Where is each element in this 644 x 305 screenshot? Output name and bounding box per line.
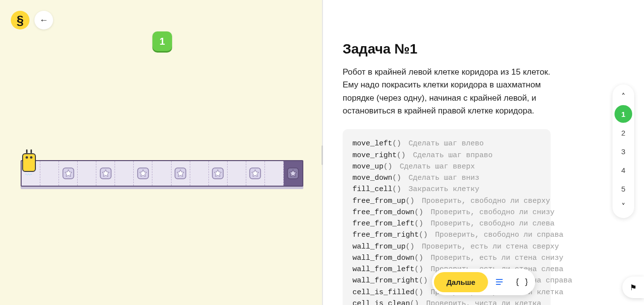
command-line: fill_cell() Закрасить клетку	[352, 184, 541, 195]
corridor-cell	[40, 161, 59, 186]
corridor-cell	[284, 161, 302, 186]
corridor-cell	[228, 161, 246, 186]
next-button[interactable]: Дальше	[434, 272, 488, 292]
text-view-icon[interactable]	[488, 271, 511, 293]
command-line: move_down() Сделать шаг вниз	[352, 172, 541, 184]
task-number-nav: ˄ 12345 ˅	[613, 84, 634, 218]
corridor-cell	[190, 161, 209, 186]
star-icon	[287, 167, 299, 179]
star-icon	[137, 167, 149, 179]
corridor-cell	[209, 161, 228, 186]
nav-next-button[interactable]: ˅	[613, 199, 634, 213]
task-title: Задача №1	[343, 41, 551, 57]
instructions-pane: Задача №1 Робот в крайней левой клетке к…	[323, 0, 644, 305]
corridor-cell	[59, 161, 78, 186]
code-view-icon[interactable]: { }	[511, 271, 533, 293]
corridor-cell	[172, 161, 190, 186]
task-description: Робот в крайней левой клетке коридора из…	[343, 66, 551, 117]
command-line: free_from_right() Проверить, свободно ли…	[352, 229, 541, 241]
star-icon	[175, 167, 186, 179]
svg-text:{ }: { }	[517, 277, 527, 286]
star-icon	[100, 167, 112, 179]
command-line: free_from_down() Проверить, свободно ли …	[352, 207, 541, 218]
star-icon	[62, 167, 74, 179]
corridor-cell	[246, 161, 265, 186]
corridor-cell	[134, 161, 152, 186]
task-nav-item[interactable]: 3	[615, 142, 632, 160]
task-nav-item[interactable]: 2	[615, 124, 632, 141]
command-line: move_right() Сделать шаг вправо	[352, 150, 541, 161]
command-line: move_up() Сделать шаг вверх	[352, 161, 541, 172]
corridor-cell	[96, 161, 115, 186]
corridor-cell	[115, 161, 134, 186]
command-line: cell_is_clean() Проверить, чиста ли клет…	[352, 298, 541, 305]
playfield-pane: § ← 1 〰	[0, 0, 323, 305]
robot-corridor: 〰	[21, 160, 303, 187]
command-line: move_left() Сделать шаг влево	[352, 138, 541, 149]
command-line: free_from_left() Проверить, свободно ли …	[352, 218, 541, 229]
corridor-cell	[22, 161, 40, 186]
corridor-cell	[78, 161, 96, 186]
command-line: wall_from_up() Проверить, есть ли стена …	[352, 241, 541, 252]
command-line: wall_from_down() Проверить, есть ли стен…	[352, 252, 541, 264]
bottom-action-bar: Дальше { }	[432, 269, 535, 295]
command-line: free_from_up() Проверить, свободно ли св…	[352, 195, 541, 207]
nav-prev-button[interactable]: ˄	[613, 89, 634, 103]
report-flag-button[interactable]: ⚑	[622, 277, 644, 298]
task-nav-item[interactable]: 1	[615, 105, 632, 123]
level-badge: 1	[152, 31, 172, 51]
corridor-cell	[152, 161, 171, 186]
back-button[interactable]: ←	[34, 11, 53, 29]
task-nav-item[interactable]: 4	[615, 161, 632, 179]
app-logo[interactable]: §	[11, 11, 29, 29]
star-icon	[212, 167, 224, 179]
corridor-cell	[265, 161, 284, 186]
star-icon	[249, 167, 261, 179]
task-nav-item[interactable]: 5	[615, 180, 632, 197]
